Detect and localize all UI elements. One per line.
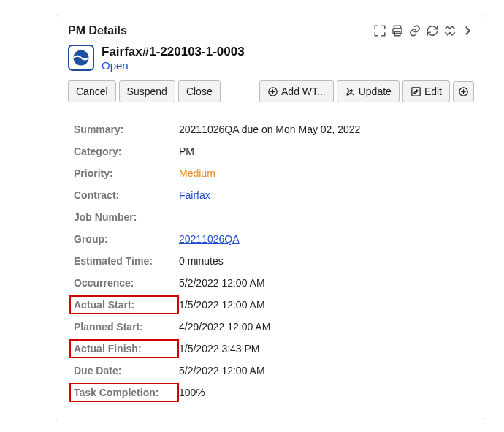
update-button[interactable]: Update [337, 80, 400, 102]
field-category: Category: PM [68, 140, 474, 162]
field-label: Category: [69, 142, 179, 161]
print-icon[interactable] [391, 24, 404, 37]
group-link[interactable]: 20211026QA [179, 230, 240, 249]
edit-button[interactable]: Edit [402, 80, 450, 102]
field-list: Summary: 20211026QA due on Mon May 02, 2… [68, 118, 474, 403]
field-actual-finish: Actual Finish: 1/5/2022 3:43 PM [68, 338, 474, 360]
field-task-completion: Task Completion: 100% [68, 382, 474, 403]
field-due-date: Due Date: 5/2/2022 12:00 AM [68, 360, 474, 382]
plus-circle-icon [267, 86, 278, 97]
record-title: Fairfax#1-220103-1-0003 [102, 45, 245, 59]
field-actual-start: Actual Start: 1/5/2022 12:00 AM [68, 294, 474, 316]
field-value: 4/29/2022 12:00 AM [179, 317, 270, 336]
field-value: PM [179, 142, 194, 161]
field-occurrence: Occurrence: 5/2/2022 12:00 AM [68, 272, 474, 294]
field-value: 0 minutes [179, 251, 224, 270]
chevron-right-icon[interactable] [461, 24, 474, 37]
tools-icon [345, 86, 356, 97]
panel-title: PM Details [68, 24, 127, 37]
svg-rect-7 [412, 87, 420, 95]
field-label: Occurrence: [69, 273, 179, 292]
field-group: Group: 20211026QA [68, 228, 474, 250]
pm-details-panel: PM Details [56, 15, 486, 420]
panel-header-actions [373, 24, 474, 37]
field-contract: Contract: Fairfax [68, 184, 474, 206]
record-header: Fairfax#1-220103-1-0003 Open [68, 45, 474, 72]
close-button[interactable]: Close [178, 80, 221, 102]
record-type-icon [68, 45, 94, 71]
expand-icon[interactable] [373, 24, 386, 37]
field-priority: Priority: Medium [68, 162, 474, 184]
contract-link[interactable]: Fairfax [179, 186, 210, 205]
field-label: Summary: [69, 120, 179, 139]
refresh-icon[interactable] [426, 24, 439, 37]
field-value: 1/5/2022 12:00 AM [179, 295, 265, 314]
toolbar: Cancel Suspend Close Add WT... Update Ed… [68, 80, 474, 102]
field-label-highlighted: Actual Start: [69, 295, 179, 314]
field-planned-start: Planned Start: 4/29/2022 12:00 AM [68, 316, 474, 338]
field-estimated-time: Estimated Time: 0 minutes [68, 250, 474, 272]
field-label: Contract: [69, 186, 179, 205]
record-status: Open [102, 59, 245, 72]
add-wt-button[interactable]: Add WT... [259, 80, 334, 102]
field-value: 100% [179, 383, 205, 402]
field-summary: Summary: 20211026QA due on Mon May 02, 2… [68, 118, 474, 140]
field-value: Medium [179, 164, 215, 183]
field-label: Due Date: [69, 361, 179, 380]
panel-header: PM Details [68, 24, 474, 37]
field-label-highlighted: Actual Finish: [69, 339, 179, 358]
field-value: 5/2/2022 12:00 AM [179, 361, 265, 380]
field-value: 1/5/2022 3:43 PM [179, 339, 260, 358]
add-button[interactable] [453, 81, 474, 102]
field-value: 5/2/2022 12:00 AM [179, 273, 265, 292]
link-icon[interactable] [408, 24, 421, 37]
field-label: Group: [69, 230, 179, 249]
plus-circle-icon [458, 86, 469, 97]
field-label-highlighted: Task Completion: [69, 383, 179, 402]
field-label: Estimated Time: [69, 251, 179, 270]
field-value: 20211026QA due on Mon May 02, 2022 [179, 120, 360, 139]
field-label: Priority: [69, 164, 179, 183]
cancel-button[interactable]: Cancel [68, 80, 116, 102]
chevron-updown-icon[interactable] [443, 24, 457, 37]
suspend-button[interactable]: Suspend [119, 80, 175, 102]
field-label: Job Number: [69, 208, 179, 227]
edit-icon [411, 86, 421, 97]
field-job-number: Job Number: [68, 206, 474, 228]
field-label: Planned Start: [69, 317, 179, 336]
